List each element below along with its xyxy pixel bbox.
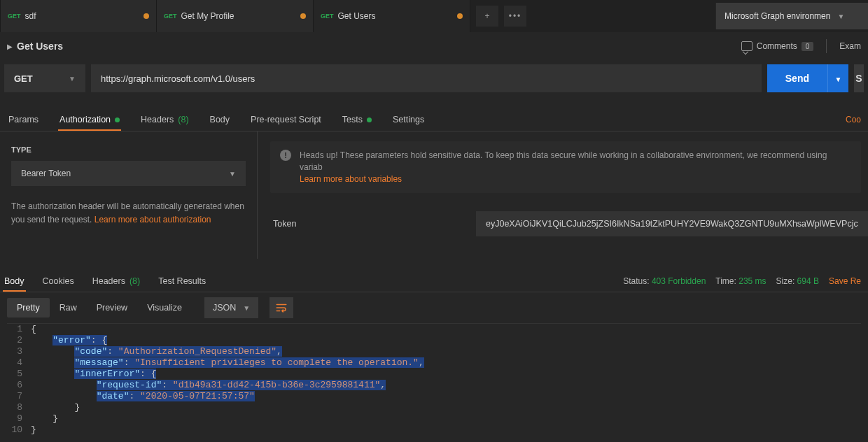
auth-type-dropdown[interactable]: Bearer Token ▼ [11,161,246,186]
request-title: Get Users [17,41,63,52]
status-label: Status: [623,276,649,286]
chevron-down-icon: ▼ [69,75,76,83]
unsaved-dot-icon [457,13,463,19]
environment-dropdown[interactable]: Microsoft Graph environmen ▼ [715,3,868,29]
more-icon: ••• [509,11,522,21]
chevron-down-icon: ▼ [835,76,842,83]
format-dropdown[interactable]: JSON ▼ [204,297,258,318]
response-body-viewer[interactable]: 1{ 2 "error": { 3 "code": "Authorization… [7,323,861,436]
response-tabs: Body Cookies Headers (8) Test Results St… [0,269,868,292]
method-badge: GET [321,13,334,20]
save-button[interactable]: S [854,64,864,92]
tab-tests[interactable]: Tests [341,115,373,131]
resp-tab-headers[interactable]: Headers (8) [91,276,142,292]
send-button[interactable]: Send [767,64,827,92]
plus-icon: + [484,11,489,21]
chevron-down-icon: ▼ [229,170,236,178]
time-label: Time: [715,276,736,286]
warning-banner: ! Heads up! These parameters hold sensit… [270,141,861,193]
auth-type-value: Bearer Token [21,169,71,178]
view-preview[interactable]: Preview [87,298,137,318]
examples-button[interactable]: Exam [839,41,861,51]
tab-label: Authorization [59,115,111,124]
title-row: ▶ Get Users Comments 0 Exam [0,32,868,60]
collapse-icon[interactable]: ▶ [7,43,13,50]
chevron-down-icon: ▼ [837,13,844,20]
time-value: 235 ms [738,276,766,286]
comments-label: Comments [757,41,797,51]
url-row: GET ▼ Send ▼ S [0,60,868,97]
view-visualize[interactable]: Visualize [137,298,192,318]
response-meta: Status: 403 Forbidden Time: 235 ms Size:… [623,276,861,292]
tab-sdf[interactable]: GET sdf [0,0,157,32]
tab-body[interactable]: Body [209,115,232,131]
auth-help-link[interactable]: Learn more about authorization [94,215,211,224]
size-label: Size: [776,276,795,286]
banner-link[interactable]: Learn more about variables [300,174,402,184]
url-input[interactable] [91,64,762,92]
tab-label: sdf [25,11,139,21]
comments-button[interactable]: Comments 0 [741,41,814,51]
save-response-button[interactable]: Save Re [829,276,861,286]
resp-tab-body[interactable]: Body [3,276,26,292]
resp-headers-count: (8) [130,276,140,286]
status-value: 403 Forbidden [652,276,706,286]
environment-label: Microsoft Graph environmen [724,11,830,21]
resp-tab-test-results[interactable]: Test Results [157,276,207,292]
tab-pre-request-script[interactable]: Pre-request Script [249,115,323,131]
headers-count: (8) [178,115,188,124]
method-badge: GET [8,13,21,20]
view-pretty[interactable]: Pretty [7,298,50,318]
request-tabs: Params Authorization Headers (8) Body Pr… [0,105,868,131]
chevron-down-icon: ▼ [243,304,250,312]
method-badge: GET [164,13,177,20]
view-raw[interactable]: Raw [50,298,87,318]
tab-overflow-button[interactable]: ••• [504,6,526,27]
status-dot-icon [115,117,120,122]
wrap-icon [275,301,288,314]
wrap-lines-button[interactable] [270,297,293,318]
unsaved-dot-icon [300,13,306,19]
token-label: Token [273,219,455,229]
cookies-link[interactable]: Coo [846,115,861,131]
send-dropdown-button[interactable]: ▼ [827,64,848,92]
tab-headers[interactable]: Headers (8) [139,115,190,131]
new-tab-button[interactable]: + [476,6,498,27]
tab-get-users[interactable]: GET Get Users [314,0,470,32]
tab-authorization[interactable]: Authorization [58,115,121,131]
viewer-toolbar: Pretty Raw Preview Visualize JSON ▼ [0,292,868,323]
resp-tab-cookies[interactable]: Cookies [41,276,76,292]
size-value: 694 B [797,276,819,286]
http-method-dropdown[interactable]: GET ▼ [4,64,85,92]
token-input[interactable] [476,211,868,236]
auth-left-pane: TYPE Bearer Token ▼ The authorization he… [0,131,258,259]
tab-label: Get My Profile [181,11,296,21]
tab-label: Get Users [338,11,453,21]
status-dot-icon [367,117,372,122]
type-label: TYPE [11,145,246,154]
tab-label: Headers [141,115,174,124]
comments-count-badge: 0 [802,42,814,51]
divider [826,39,827,53]
authorization-panel: TYPE Bearer Token ▼ The authorization he… [0,131,868,259]
comment-icon [741,41,752,51]
tab-label: Headers [92,276,125,286]
auth-help-text: The authorization header will be automat… [11,200,246,226]
banner-text: Heads up! These parameters hold sensitiv… [300,150,827,172]
format-value: JSON [213,303,236,313]
tab-get-my-profile[interactable]: GET Get My Profile [157,0,314,32]
tab-strip: GET sdf GET Get My Profile GET Get Users [0,0,470,32]
auth-right-pane: ! Heads up! These parameters hold sensit… [258,131,868,259]
top-bar: GET sdf GET Get My Profile GET Get Users… [0,0,868,32]
info-icon: ! [280,150,291,161]
tab-label: Tests [342,115,363,124]
tab-params[interactable]: Params [7,115,40,131]
token-row: Token [273,211,868,236]
unsaved-dot-icon [144,13,149,19]
tab-settings[interactable]: Settings [391,115,426,131]
method-value: GET [14,73,33,84]
